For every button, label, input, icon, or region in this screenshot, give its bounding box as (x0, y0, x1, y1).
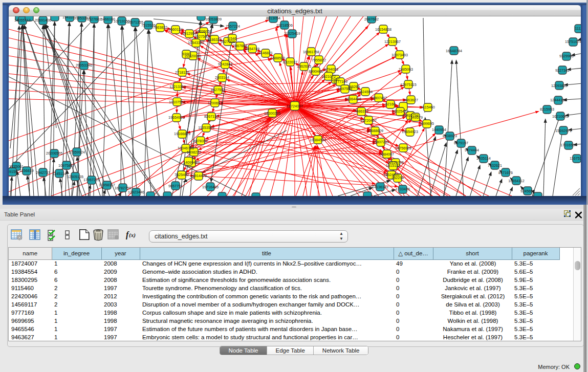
svg-text:20206565: 20206565 (46, 151, 62, 156)
svg-text:9242848: 9242848 (218, 62, 232, 67)
svg-text:15692971: 15692971 (555, 128, 572, 133)
svg-text:2803144: 2803144 (215, 75, 229, 80)
svg-text:12505135: 12505135 (67, 174, 83, 179)
svg-text:19756928: 19756928 (395, 146, 411, 150)
svg-text:1440954: 1440954 (432, 127, 446, 132)
svg-text:2718126: 2718126 (175, 70, 189, 75)
svg-text:20691406: 20691406 (35, 18, 51, 23)
svg-text:16914479: 16914479 (190, 173, 207, 178)
svg-text:1156819: 1156819 (19, 168, 33, 173)
svg-text:10654112: 10654112 (508, 179, 524, 183)
svg-text:14136141: 14136141 (372, 185, 388, 189)
svg-text:20053346: 20053346 (76, 63, 92, 68)
svg-text:1700693: 1700693 (208, 101, 222, 105)
svg-text:9115460: 9115460 (421, 105, 434, 110)
svg-text:39159: 39159 (9, 169, 17, 174)
svg-text:16961758: 16961758 (303, 50, 319, 54)
svg-text:8454749: 8454749 (245, 47, 259, 51)
svg-text:1546: 1546 (228, 36, 236, 41)
svg-text:19654923: 19654923 (402, 129, 418, 134)
svg-text:8990448: 8990448 (309, 69, 323, 74)
svg-text:17957225: 17957225 (83, 178, 100, 182)
svg-text:8471676: 8471676 (498, 170, 513, 175)
svg-text:6794028: 6794028 (324, 67, 338, 72)
svg-text:10543382: 10543382 (188, 40, 204, 45)
svg-text:9660124: 9660124 (168, 27, 183, 32)
svg-text:16053809: 16053809 (205, 17, 222, 21)
svg-text:18300295: 18300295 (264, 111, 280, 116)
svg-text:9777169: 9777169 (333, 79, 347, 84)
svg-text:8938923: 8938923 (443, 134, 457, 138)
svg-text:19716485: 19716485 (202, 185, 219, 189)
svg-text:11325419: 11325419 (284, 31, 300, 36)
svg-text:8427552: 8427552 (211, 87, 225, 92)
svg-text:8186323: 8186323 (207, 37, 222, 42)
svg-text:12975115: 12975115 (400, 82, 416, 87)
svg-text:7632621: 7632621 (488, 163, 502, 168)
svg-text:252254: 252254 (391, 176, 404, 180)
svg-text:7955812: 7955812 (312, 58, 326, 62)
svg-text:9463627: 9463627 (404, 98, 418, 102)
svg-text:14055712: 14055712 (14, 18, 31, 23)
svg-text:8215953: 8215953 (540, 107, 554, 112)
svg-text:12213967: 12213967 (384, 39, 401, 44)
svg-text:9084067: 9084067 (380, 152, 394, 157)
svg-text:16648784: 16648784 (446, 49, 462, 53)
svg-text:1733426: 1733426 (396, 187, 410, 191)
svg-text:8813054: 8813054 (266, 16, 280, 20)
svg-text:7557224: 7557224 (226, 24, 240, 29)
svg-text:12213369: 12213369 (169, 84, 186, 89)
svg-text:10688609: 10688609 (367, 128, 383, 133)
svg-text:15720407: 15720407 (360, 118, 377, 123)
svg-text:16154838: 16154838 (375, 27, 391, 32)
svg-text:2935114: 2935114 (476, 156, 490, 161)
svg-text:2087682: 2087682 (364, 17, 379, 21)
svg-text:8322037: 8322037 (283, 60, 297, 64)
svg-text:19166829: 19166829 (174, 132, 190, 136)
svg-text:12923446: 12923446 (128, 190, 144, 194)
svg-text:9245652: 9245652 (520, 189, 535, 193)
svg-text:10973493: 10973493 (391, 53, 408, 57)
svg-text:2942737: 2942737 (36, 170, 50, 175)
svg-text:1167533: 1167533 (570, 156, 581, 161)
svg-text:7485063: 7485063 (399, 67, 413, 72)
svg-text:1112: 1112 (575, 26, 581, 31)
svg-text:7986372: 7986372 (354, 109, 368, 114)
svg-text:12444155: 12444155 (550, 98, 567, 102)
svg-text:9390: 9390 (182, 52, 190, 56)
svg-text:3624554: 3624554 (358, 90, 373, 94)
svg-text:7663822: 7663822 (153, 25, 167, 30)
svg-text:14099489: 14099489 (183, 160, 200, 165)
svg-text:15226053: 15226053 (195, 29, 212, 34)
svg-text:9329966: 9329966 (559, 54, 574, 58)
svg-text:10107553: 10107553 (169, 100, 185, 104)
svg-text:9657791: 9657791 (168, 184, 183, 188)
svg-text:1145114: 1145114 (53, 171, 67, 176)
svg-text:6466160: 6466160 (101, 17, 115, 21)
svg-text:8878352: 8878352 (193, 139, 208, 143)
svg-text:9474444: 9474444 (465, 148, 479, 152)
svg-text:10975867: 10975867 (58, 163, 75, 168)
svg-text:19384554: 19384554 (310, 138, 326, 142)
svg-text:9146821: 9146821 (258, 51, 273, 55)
svg-text:18724007: 18724007 (287, 104, 303, 108)
svg-text:12093822: 12093822 (551, 83, 568, 88)
svg-text:11353594: 11353594 (198, 125, 214, 130)
svg-text:9527500: 9527500 (194, 34, 209, 39)
svg-text:17359924: 17359924 (69, 150, 85, 155)
svg-text:10807487: 10807487 (371, 96, 387, 100)
svg-text:20364436: 20364436 (345, 97, 361, 101)
svg-text:6379197: 6379197 (454, 141, 468, 145)
svg-text:19654925: 19654925 (168, 115, 185, 120)
svg-text:17016504: 17016504 (560, 143, 577, 147)
svg-text:5498222: 5498222 (187, 150, 201, 155)
svg-text:10958117: 10958117 (99, 183, 115, 187)
svg-text:746266: 746266 (347, 84, 360, 89)
svg-text:1527602: 1527602 (87, 17, 101, 21)
svg-text:(x): (x) (129, 232, 136, 238)
svg-text:8267130: 8267130 (204, 114, 219, 119)
svg-text:15751074: 15751074 (565, 39, 581, 44)
svg-text:16210643: 16210643 (552, 114, 569, 119)
svg-text:1615132: 1615132 (386, 163, 400, 168)
svg-text:1549579: 1549579 (408, 115, 423, 120)
